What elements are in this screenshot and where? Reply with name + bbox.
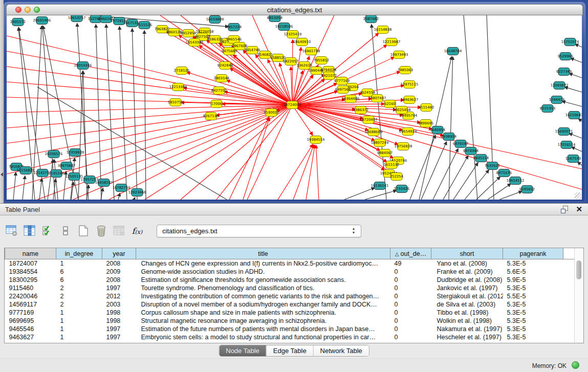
resize-grip-icon[interactable] [575,192,581,199]
graph-node[interactable]: 8938924 [441,133,456,141]
graph-node[interactable]: 2935114 [473,155,489,162]
graph-node[interactable]: 12325419 [284,31,302,38]
graph-node[interactable]: 8813054 [267,15,282,22]
table-row[interactable]: 1456911722003Disruption of a novel membe… [5,300,575,309]
graph-node[interactable]: 16154838 [374,26,392,34]
graph-node[interactable]: 8912954 [181,30,196,37]
graph-node[interactable]: 9529966 [558,53,573,60]
network-window-titlebar[interactable]: citations_edges.txt [6,4,583,15]
network-canvas[interactable]: 7963822886012889129542822605898275051654… [7,15,582,200]
graph-node[interactable]: 7955812 [314,57,329,64]
graph-node[interactable]: 9115460 [419,104,434,112]
graph-node[interactable]: 1615132 [384,161,399,169]
graph-node[interactable]: 1362615 [297,62,312,70]
graph-node[interactable]: 2530027 [264,109,279,117]
graph-node[interactable]: 12923468 [128,189,146,196]
rows-icon[interactable] [59,224,72,237]
graph-node[interactable]: 1145194 [49,170,64,178]
graph-node[interactable]: 2087682 [363,15,379,23]
float-panel-icon[interactable] [561,206,569,213]
table-selector-dropdown[interactable]: citations_edges.txt ▲▼ [157,225,361,237]
graph-node[interactable]: 9242848 [217,62,233,70]
graph-node[interactable]: 1733426 [394,185,409,193]
table-scrollbar-thumb[interactable] [576,260,581,279]
column-header-pagerank[interactable]: pagerank [503,248,563,259]
graph-node[interactable]: 12213386 [169,83,187,91]
graph-node[interactable]: 20691406 [33,17,51,25]
table-row[interactable]: 946554611997Estimation of the future num… [5,325,575,333]
graph-node[interactable]: 9884067 [377,149,393,157]
column-header-short[interactable]: short [431,248,503,259]
close-panel-icon[interactable]: ✕ [576,205,582,214]
graph-node[interactable]: 12975115 [401,81,419,89]
table-row[interactable]: 1830029562008Estimation of significance … [5,276,575,284]
column-header-title[interactable]: title [136,248,390,259]
graph-node[interactable]: 62160 [384,100,396,108]
graph-node[interactable]: 7632621 [485,162,500,170]
table-row[interactable]: 2242004622012Investigating the contribut… [5,292,575,300]
graph-node[interactable]: 2803144 [214,75,229,82]
select-columns-icon[interactable] [23,224,36,237]
graph-node[interactable]: 8471676 [496,169,512,177]
column-header-out-degree[interactable]: △out_de… [390,248,431,259]
column-header-name[interactable]: name [5,248,56,259]
table-row[interactable]: 977716911998Corpus callosum shape and si… [5,309,575,317]
graph-node[interactable]: 1810755 [168,99,183,106]
graph-node[interactable]: 19756928 [395,143,412,150]
table-scrollbar[interactable] [574,248,583,343]
graph-node[interactable]: 252254 [390,173,403,181]
create-table-icon[interactable] [77,224,90,237]
graph-node[interactable]: 8267130 [203,113,219,120]
graph-node[interactable]: 16033809 [206,16,224,24]
graph-node[interactable]: 16648784 [444,48,462,55]
function-builder-icon[interactable]: f(x) [130,224,144,237]
graph-node[interactable]: 18640910 [293,38,311,46]
graph-node[interactable]: 1640954 [430,126,445,134]
table-row[interactable]: 1872400712008Changes of HCN gene express… [5,259,575,268]
graph-node[interactable]: 7386372 [353,106,368,114]
graph-node[interactable]: 8860128 [166,29,182,36]
tab-edge-table[interactable]: Edge Table [266,345,313,356]
graph-node[interactable]: 17006 [211,100,222,108]
graph-node[interactable]: 19463627 [401,96,419,104]
graph-node[interactable]: 16782759 [113,184,130,192]
graph-node[interactable]: 6822057 [283,58,298,65]
graph-node[interactable]: 10654112 [507,177,525,185]
graph-node[interactable]: 9227343 [556,68,572,76]
graph-node[interactable]: 6479197 [453,140,468,148]
table-row[interactable]: 1938455462009Genome-wide association stu… [5,268,575,276]
tab-network-table[interactable]: Network Table [313,345,369,356]
graph-node[interactable]: 12213987 [383,38,401,46]
graph-node[interactable]: 16961758 [302,48,320,55]
graph-node[interactable]: 20053346 [74,62,92,70]
graph-node[interactable]: 30975887 [58,162,76,170]
graph-node[interactable]: 2718126 [174,67,189,75]
table-row[interactable]: 946362711997Embryonic stem cells: a mode… [5,333,575,341]
collapse-arrow-icon[interactable] [1,172,3,177]
table-row[interactable]: 969969511998Structural magnetic resonanc… [5,317,575,325]
graph-node[interactable]: 7857224 [226,24,242,31]
graph-node[interactable]: 16210643 [565,112,582,119]
graph-node[interactable]: 2405572 [10,18,26,26]
table-row[interactable]: 911546021997Tourette syndrome. Phenomeno… [5,284,575,292]
graph-node[interactable]: 12093872 [551,82,569,90]
graph-node[interactable]: 15692071 [555,128,573,136]
graph-node[interactable]: 1421072 [321,72,337,80]
graph-node[interactable]: 19384554 [307,136,325,144]
graph-node[interactable]: 1167533 [565,155,581,163]
delete-table-icon[interactable] [95,224,108,237]
column-header-in-degree[interactable]: in_degree [56,248,102,259]
table-settings-icon[interactable] [5,224,18,237]
graph-node[interactable]: 1244413 [549,96,564,104]
graph-node[interactable]: 6497568 [335,86,351,94]
graph-node[interactable]: 8215353 [540,105,555,113]
column-header-year[interactable]: year [102,248,136,259]
graph-node[interactable]: 9899695 [418,120,433,127]
graph-node[interactable]: 7485063 [398,67,413,74]
tab-node-table[interactable]: Node Table [219,345,266,356]
network-graph[interactable]: 7963822886012889129542822605898275051654… [7,15,582,200]
memory-status-indicator[interactable] [572,361,579,369]
graph-node[interactable]: 7515526 [137,21,152,29]
graph-node[interactable]: 10653257 [68,15,86,22]
graph-node[interactable]: 8427552 [211,87,227,95]
